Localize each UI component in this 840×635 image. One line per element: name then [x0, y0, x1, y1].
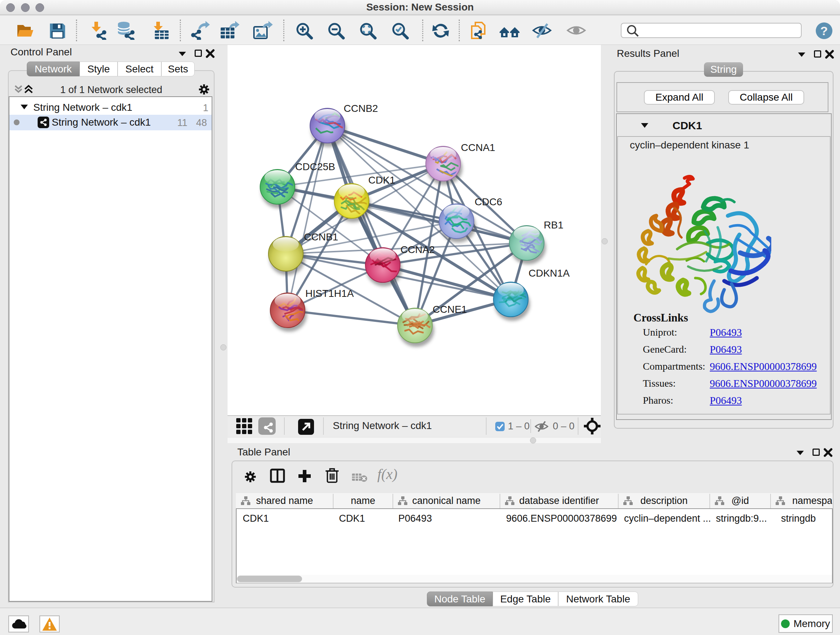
svg-text:CDC25B: CDC25B: [295, 161, 335, 172]
svg-text:CCNE1: CCNE1: [433, 304, 467, 315]
svg-text:CCNA1: CCNA1: [461, 142, 495, 153]
svg-text:CCNB1: CCNB1: [304, 231, 338, 242]
svg-text:CDC6: CDC6: [475, 196, 502, 207]
svg-text:CCNB2: CCNB2: [344, 103, 378, 114]
svg-text:CDK1: CDK1: [368, 174, 395, 186]
svg-text:CCNA2: CCNA2: [401, 244, 435, 255]
svg-text:HIST1H1A: HIST1H1A: [305, 288, 354, 299]
svg-text:RB1: RB1: [544, 219, 563, 231]
svg-text:CDKN1A: CDKN1A: [529, 268, 570, 279]
